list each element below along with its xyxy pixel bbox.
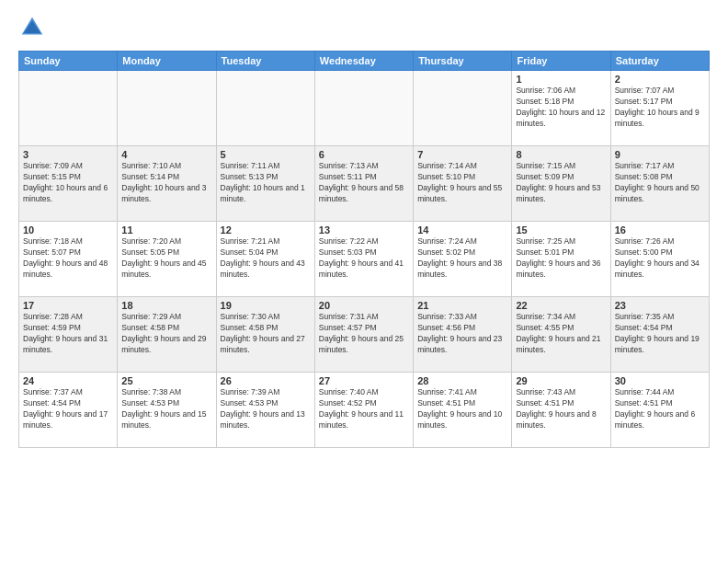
calendar-day-26: 26Sunrise: 7:39 AMSunset: 4:53 PMDayligh…: [216, 373, 314, 448]
calendar-day-17: 17Sunrise: 7:28 AMSunset: 4:59 PMDayligh…: [19, 297, 118, 373]
logo-icon: [18, 14, 46, 41]
day-info: Sunrise: 7:34 AMSunset: 4:55 PMDaylight:…: [516, 312, 606, 356]
day-info: Sunrise: 7:33 AMSunset: 4:56 PMDaylight:…: [417, 312, 507, 356]
day-info: Sunrise: 7:39 AMSunset: 4:53 PMDaylight:…: [221, 387, 311, 431]
weekday-header-thursday: Thursday: [414, 52, 512, 71]
calendar-day-6: 6Sunrise: 7:13 AMSunset: 5:11 PMDaylight…: [314, 146, 413, 222]
calendar-day-12: 12Sunrise: 7:21 AMSunset: 5:04 PMDayligh…: [216, 222, 314, 297]
day-number: 1: [516, 74, 606, 85]
day-info: Sunrise: 7:28 AMSunset: 4:59 PMDaylight:…: [23, 312, 113, 356]
calendar-day-19: 19Sunrise: 7:30 AMSunset: 4:58 PMDayligh…: [216, 297, 314, 373]
calendar-empty: [216, 71, 314, 146]
day-number: 24: [23, 375, 113, 386]
day-number: 28: [417, 375, 507, 386]
day-info: Sunrise: 7:31 AMSunset: 4:57 PMDaylight:…: [319, 312, 409, 356]
day-info: Sunrise: 7:30 AMSunset: 4:58 PMDaylight:…: [221, 312, 311, 356]
day-number: 26: [221, 375, 311, 386]
calendar-day-16: 16Sunrise: 7:26 AMSunset: 5:00 PMDayligh…: [610, 222, 709, 297]
weekday-header-row: SundayMondayTuesdayWednesdayThursdayFrid…: [19, 52, 710, 71]
day-info: Sunrise: 7:38 AMSunset: 4:53 PMDaylight:…: [121, 387, 211, 431]
day-info: Sunrise: 7:43 AMSunset: 4:51 PMDaylight:…: [516, 387, 606, 431]
day-info: Sunrise: 7:22 AMSunset: 5:03 PMDaylight:…: [319, 236, 409, 281]
calendar-day-1: 1Sunrise: 7:06 AMSunset: 5:18 PMDaylight…: [512, 71, 610, 146]
calendar-day-5: 5Sunrise: 7:11 AMSunset: 5:13 PMDaylight…: [216, 146, 314, 222]
calendar-day-2: 2Sunrise: 7:07 AMSunset: 5:17 PMDaylight…: [610, 71, 709, 146]
day-info: Sunrise: 7:07 AMSunset: 5:17 PMDaylight:…: [615, 86, 705, 130]
calendar-empty: [19, 71, 118, 146]
calendar-empty: [314, 71, 413, 146]
calendar-day-25: 25Sunrise: 7:38 AMSunset: 4:53 PMDayligh…: [118, 373, 216, 448]
day-number: 11: [121, 224, 211, 236]
calendar-week-2: 10Sunrise: 7:18 AMSunset: 5:07 PMDayligh…: [19, 222, 710, 297]
calendar-week-0: 1Sunrise: 7:06 AMSunset: 5:18 PMDaylight…: [19, 71, 710, 146]
calendar-day-7: 7Sunrise: 7:14 AMSunset: 5:10 PMDaylight…: [414, 146, 512, 222]
day-info: Sunrise: 7:15 AMSunset: 5:09 PMDaylight:…: [516, 161, 606, 205]
calendar-day-15: 15Sunrise: 7:25 AMSunset: 5:01 PMDayligh…: [512, 222, 610, 297]
calendar-empty: [414, 71, 512, 146]
day-info: Sunrise: 7:24 AMSunset: 5:02 PMDaylight:…: [417, 236, 507, 281]
calendar-day-14: 14Sunrise: 7:24 AMSunset: 5:02 PMDayligh…: [414, 222, 512, 297]
calendar-empty: [118, 71, 216, 146]
logo: [18, 14, 51, 41]
calendar-day-3: 3Sunrise: 7:09 AMSunset: 5:15 PMDaylight…: [19, 146, 118, 222]
calendar-day-21: 21Sunrise: 7:33 AMSunset: 4:56 PMDayligh…: [414, 297, 512, 373]
day-number: 13: [319, 224, 409, 236]
day-info: Sunrise: 7:20 AMSunset: 5:05 PMDaylight:…: [121, 236, 211, 281]
calendar-day-13: 13Sunrise: 7:22 AMSunset: 5:03 PMDayligh…: [314, 222, 413, 297]
day-info: Sunrise: 7:13 AMSunset: 5:11 PMDaylight:…: [319, 161, 409, 205]
calendar-day-24: 24Sunrise: 7:37 AMSunset: 4:54 PMDayligh…: [19, 373, 118, 448]
weekday-header-tuesday: Tuesday: [216, 52, 314, 71]
calendar-day-11: 11Sunrise: 7:20 AMSunset: 5:05 PMDayligh…: [118, 222, 216, 297]
day-number: 9: [615, 149, 705, 160]
day-number: 21: [417, 300, 507, 311]
calendar-day-28: 28Sunrise: 7:41 AMSunset: 4:51 PMDayligh…: [414, 373, 512, 448]
day-info: Sunrise: 7:11 AMSunset: 5:13 PMDaylight:…: [221, 161, 311, 205]
day-number: 29: [516, 375, 606, 386]
page: SundayMondayTuesdayWednesdayThursdayFrid…: [0, 0, 728, 563]
day-number: 25: [121, 375, 211, 386]
day-number: 10: [23, 224, 113, 236]
day-info: Sunrise: 7:41 AMSunset: 4:51 PMDaylight:…: [417, 387, 507, 431]
day-info: Sunrise: 7:17 AMSunset: 5:08 PMDaylight:…: [615, 161, 705, 205]
day-info: Sunrise: 7:10 AMSunset: 5:14 PMDaylight:…: [121, 161, 211, 205]
day-number: 15: [516, 224, 606, 236]
day-info: Sunrise: 7:44 AMSunset: 4:51 PMDaylight:…: [615, 387, 705, 431]
weekday-header-sunday: Sunday: [19, 52, 118, 71]
day-number: 14: [417, 224, 507, 236]
day-number: 27: [319, 375, 409, 386]
day-info: Sunrise: 7:29 AMSunset: 4:58 PMDaylight:…: [121, 312, 211, 356]
calendar-day-18: 18Sunrise: 7:29 AMSunset: 4:58 PMDayligh…: [118, 297, 216, 373]
day-info: Sunrise: 7:37 AMSunset: 4:54 PMDaylight:…: [23, 387, 113, 431]
calendar-day-10: 10Sunrise: 7:18 AMSunset: 5:07 PMDayligh…: [19, 222, 118, 297]
day-number: 2: [615, 74, 705, 85]
day-info: Sunrise: 7:21 AMSunset: 5:04 PMDaylight:…: [221, 236, 311, 281]
calendar-table: SundayMondayTuesdayWednesdayThursdayFrid…: [18, 51, 710, 448]
day-number: 18: [121, 300, 211, 311]
day-info: Sunrise: 7:26 AMSunset: 5:00 PMDaylight:…: [615, 236, 705, 281]
weekday-header-friday: Friday: [512, 52, 610, 71]
day-info: Sunrise: 7:09 AMSunset: 5:15 PMDaylight:…: [23, 161, 113, 205]
day-info: Sunrise: 7:25 AMSunset: 5:01 PMDaylight:…: [516, 236, 606, 281]
day-number: 30: [615, 375, 705, 386]
calendar-week-3: 17Sunrise: 7:28 AMSunset: 4:59 PMDayligh…: [19, 297, 710, 373]
day-number: 8: [516, 149, 606, 160]
day-number: 12: [221, 224, 311, 236]
day-number: 16: [615, 224, 705, 236]
day-info: Sunrise: 7:18 AMSunset: 5:07 PMDaylight:…: [23, 236, 113, 281]
day-info: Sunrise: 7:35 AMSunset: 4:54 PMDaylight:…: [615, 312, 705, 356]
day-info: Sunrise: 7:14 AMSunset: 5:10 PMDaylight:…: [417, 161, 507, 205]
calendar-week-4: 24Sunrise: 7:37 AMSunset: 4:54 PMDayligh…: [19, 373, 710, 448]
day-number: 23: [615, 300, 705, 311]
day-info: Sunrise: 7:40 AMSunset: 4:52 PMDaylight:…: [319, 387, 409, 431]
day-number: 17: [23, 300, 113, 311]
day-number: 20: [319, 300, 409, 311]
day-number: 5: [221, 149, 311, 160]
weekday-header-saturday: Saturday: [610, 52, 709, 71]
day-info: Sunrise: 7:06 AMSunset: 5:18 PMDaylight:…: [516, 86, 606, 130]
calendar-week-1: 3Sunrise: 7:09 AMSunset: 5:15 PMDaylight…: [19, 146, 710, 222]
calendar-day-29: 29Sunrise: 7:43 AMSunset: 4:51 PMDayligh…: [512, 373, 610, 448]
calendar-day-27: 27Sunrise: 7:40 AMSunset: 4:52 PMDayligh…: [314, 373, 413, 448]
calendar-day-9: 9Sunrise: 7:17 AMSunset: 5:08 PMDaylight…: [610, 146, 709, 222]
day-number: 3: [23, 149, 113, 160]
calendar-day-30: 30Sunrise: 7:44 AMSunset: 4:51 PMDayligh…: [610, 373, 709, 448]
